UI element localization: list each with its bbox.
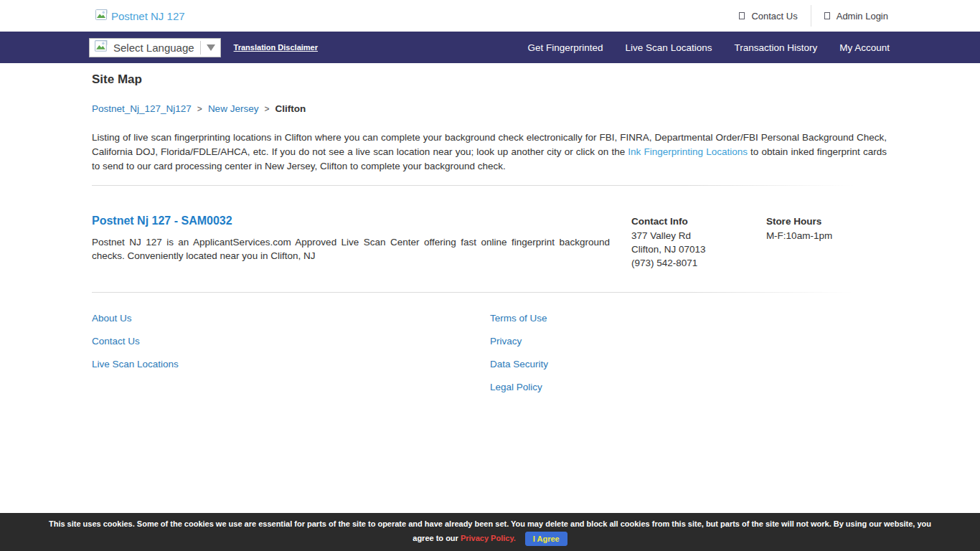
broken-image-icon xyxy=(95,9,109,23)
nav-links: Get Fingerprinted Live Scan Locations Tr… xyxy=(528,42,890,53)
breadcrumb-state-link[interactable]: New Jersey xyxy=(208,103,259,114)
phone-number: (973) 542-8071 xyxy=(631,256,766,270)
footer-column-2: Terms of Use Privacy Data Security Legal… xyxy=(490,311,548,403)
breadcrumb-root-link[interactable]: Postnet_Nj_127_Nj127 xyxy=(92,103,192,114)
location-main: Postnet Nj 127 - SAM0032 Postnet NJ 127 … xyxy=(92,215,610,270)
intro-paragraph: Listing of live scan fingerprinting loca… xyxy=(92,131,887,174)
contact-info-block: Contact Info 377 Valley Rd Clifton, NJ 0… xyxy=(631,215,766,270)
cookie-consent-banner: This site uses cookies. Some of the cook… xyxy=(0,513,980,551)
nav-link-get-fingerprinted[interactable]: Get Fingerprinted xyxy=(528,42,603,53)
footer-link-contact-us[interactable]: Contact Us xyxy=(92,334,490,349)
header-divider xyxy=(811,5,811,27)
logo-text: Postnet NJ 127 xyxy=(111,10,185,22)
nav-link-live-scan-locations[interactable]: Live Scan Locations xyxy=(626,42,712,53)
breadcrumb: Postnet_Nj_127_Nj127 > New Jersey > Clif… xyxy=(92,103,887,114)
i-agree-button[interactable]: I Agree xyxy=(525,532,567,546)
translation-disclaimer-link[interactable]: Translation Disclaimer xyxy=(234,43,318,52)
footer-column-1: About Us Contact Us Live Scan Locations xyxy=(92,311,490,403)
location-listing: Postnet Nj 127 - SAM0032 Postnet NJ 127 … xyxy=(92,215,887,270)
phone-icon xyxy=(739,12,745,19)
header-actions: Contact Us Admin Login xyxy=(739,5,888,27)
contact-us-label: Contact Us xyxy=(751,11,797,22)
address-line-1: 377 Valley Rd xyxy=(631,229,766,242)
footer-link-legal-policy[interactable]: Legal Policy xyxy=(490,380,548,395)
select-language-label: Select Language xyxy=(113,42,194,54)
contact-us-link[interactable]: Contact Us xyxy=(739,11,797,22)
location-name-link[interactable]: Postnet Nj 127 - SAM0032 xyxy=(92,215,232,227)
footer-link-data-security[interactable]: Data Security xyxy=(490,357,548,372)
main-navbar: Select Language Translation Disclaimer G… xyxy=(0,32,980,63)
footer-links: About Us Contact Us Live Scan Locations … xyxy=(92,311,887,403)
breadcrumb-current: Clifton xyxy=(275,103,306,114)
footer-link-privacy[interactable]: Privacy xyxy=(490,334,548,349)
store-hours-value: M-F:10am-1pm xyxy=(766,229,887,242)
admin-login-link[interactable]: Admin Login xyxy=(824,11,888,22)
page-title: Site Map xyxy=(92,72,887,87)
section-divider xyxy=(92,185,854,186)
footer-link-terms-of-use[interactable]: Terms of Use xyxy=(490,311,548,326)
privacy-policy-link[interactable]: Privacy Policy. xyxy=(461,534,516,542)
site-logo[interactable]: Postnet NJ 127 xyxy=(95,9,185,23)
user-icon xyxy=(824,12,830,19)
admin-login-label: Admin Login xyxy=(837,11,888,22)
address-line-2: Clifton, NJ 07013 xyxy=(631,242,766,256)
dropdown-separator xyxy=(200,41,201,55)
store-hours-block: Store Hours M-F:10am-1pm xyxy=(766,215,887,270)
top-header: Postnet NJ 127 Contact Us Admin Login xyxy=(0,0,980,32)
nav-link-my-account[interactable]: My Account xyxy=(839,42,890,53)
store-hours-title: Store Hours xyxy=(766,215,887,228)
breadcrumb-separator: > xyxy=(264,104,269,114)
location-description: Postnet NJ 127 is an ApplicantServices.c… xyxy=(92,235,610,263)
section-divider xyxy=(92,292,854,293)
footer-link-about-us[interactable]: About Us xyxy=(92,311,490,326)
ink-fingerprinting-locations-link[interactable]: Ink Fingerprinting Locations xyxy=(628,146,748,157)
breadcrumb-separator: > xyxy=(197,104,202,114)
nav-link-transaction-history[interactable]: Transaction History xyxy=(734,42,817,53)
contact-info-title: Contact Info xyxy=(631,215,766,228)
chevron-down-icon xyxy=(207,44,215,51)
broken-image-icon xyxy=(95,40,109,55)
main-content: Site Map Postnet_Nj_127_Nj127 > New Jers… xyxy=(0,72,980,403)
select-language-dropdown[interactable]: Select Language xyxy=(89,38,221,57)
footer-link-live-scan-locations[interactable]: Live Scan Locations xyxy=(92,357,490,372)
